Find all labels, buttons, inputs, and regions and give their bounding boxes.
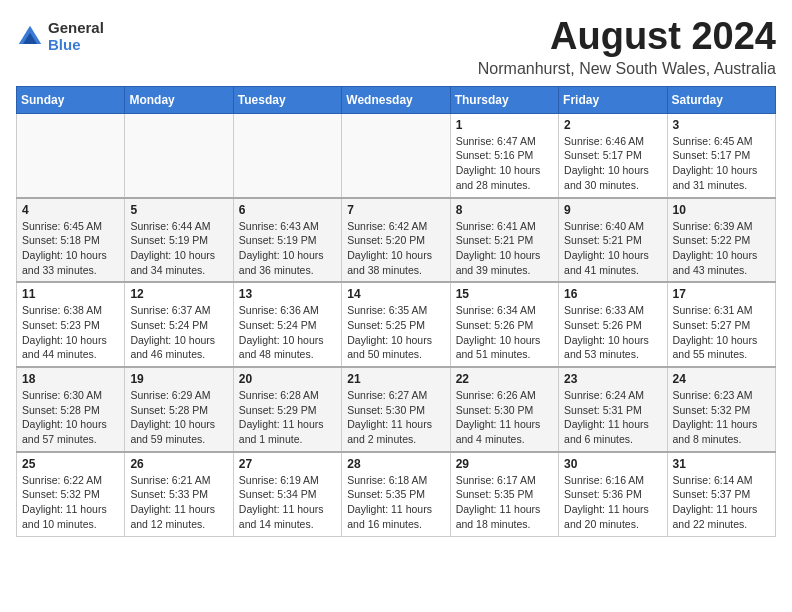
calendar-day-cell: 12Sunrise: 6:37 AMSunset: 5:24 PMDayligh…	[125, 282, 233, 367]
day-number: 22	[456, 372, 553, 386]
calendar-day-cell: 18Sunrise: 6:30 AMSunset: 5:28 PMDayligh…	[17, 367, 125, 452]
location-subtitle: Normanhurst, New South Wales, Australia	[478, 60, 776, 78]
main-title: August 2024	[478, 16, 776, 58]
calendar-day-cell	[17, 113, 125, 197]
calendar-day-cell: 22Sunrise: 6:26 AMSunset: 5:30 PMDayligh…	[450, 367, 558, 452]
calendar-day-cell: 28Sunrise: 6:18 AMSunset: 5:35 PMDayligh…	[342, 452, 450, 536]
day-number: 13	[239, 287, 336, 301]
calendar-day-cell: 21Sunrise: 6:27 AMSunset: 5:30 PMDayligh…	[342, 367, 450, 452]
day-info: Sunrise: 6:45 AMSunset: 5:17 PMDaylight:…	[673, 134, 770, 193]
calendar-day-cell: 23Sunrise: 6:24 AMSunset: 5:31 PMDayligh…	[559, 367, 667, 452]
day-number: 1	[456, 118, 553, 132]
day-info: Sunrise: 6:18 AMSunset: 5:35 PMDaylight:…	[347, 473, 444, 532]
day-info: Sunrise: 6:44 AMSunset: 5:19 PMDaylight:…	[130, 219, 227, 278]
column-header-thursday: Thursday	[450, 86, 558, 113]
day-number: 23	[564, 372, 661, 386]
day-info: Sunrise: 6:17 AMSunset: 5:35 PMDaylight:…	[456, 473, 553, 532]
day-number: 18	[22, 372, 119, 386]
calendar-day-cell: 10Sunrise: 6:39 AMSunset: 5:22 PMDayligh…	[667, 198, 775, 283]
calendar-week-row: 4Sunrise: 6:45 AMSunset: 5:18 PMDaylight…	[17, 198, 776, 283]
title-block: August 2024 Normanhurst, New South Wales…	[478, 16, 776, 78]
day-info: Sunrise: 6:40 AMSunset: 5:21 PMDaylight:…	[564, 219, 661, 278]
day-number: 15	[456, 287, 553, 301]
day-number: 6	[239, 203, 336, 217]
day-number: 30	[564, 457, 661, 471]
day-info: Sunrise: 6:23 AMSunset: 5:32 PMDaylight:…	[673, 388, 770, 447]
day-info: Sunrise: 6:37 AMSunset: 5:24 PMDaylight:…	[130, 303, 227, 362]
calendar-day-cell: 20Sunrise: 6:28 AMSunset: 5:29 PMDayligh…	[233, 367, 341, 452]
calendar-day-cell: 5Sunrise: 6:44 AMSunset: 5:19 PMDaylight…	[125, 198, 233, 283]
day-info: Sunrise: 6:42 AMSunset: 5:20 PMDaylight:…	[347, 219, 444, 278]
calendar-day-cell	[233, 113, 341, 197]
day-info: Sunrise: 6:24 AMSunset: 5:31 PMDaylight:…	[564, 388, 661, 447]
day-info: Sunrise: 6:31 AMSunset: 5:27 PMDaylight:…	[673, 303, 770, 362]
day-number: 14	[347, 287, 444, 301]
day-number: 9	[564, 203, 661, 217]
logo: General Blue	[16, 20, 104, 53]
calendar-day-cell: 25Sunrise: 6:22 AMSunset: 5:32 PMDayligh…	[17, 452, 125, 536]
calendar-day-cell: 14Sunrise: 6:35 AMSunset: 5:25 PMDayligh…	[342, 282, 450, 367]
day-number: 25	[22, 457, 119, 471]
day-info: Sunrise: 6:38 AMSunset: 5:23 PMDaylight:…	[22, 303, 119, 362]
calendar-week-row: 11Sunrise: 6:38 AMSunset: 5:23 PMDayligh…	[17, 282, 776, 367]
column-header-tuesday: Tuesday	[233, 86, 341, 113]
column-header-friday: Friday	[559, 86, 667, 113]
calendar-day-cell: 8Sunrise: 6:41 AMSunset: 5:21 PMDaylight…	[450, 198, 558, 283]
day-number: 29	[456, 457, 553, 471]
logo-blue-text: Blue	[48, 37, 104, 54]
calendar-day-cell: 30Sunrise: 6:16 AMSunset: 5:36 PMDayligh…	[559, 452, 667, 536]
day-number: 19	[130, 372, 227, 386]
calendar-day-cell: 9Sunrise: 6:40 AMSunset: 5:21 PMDaylight…	[559, 198, 667, 283]
day-info: Sunrise: 6:41 AMSunset: 5:21 PMDaylight:…	[456, 219, 553, 278]
day-info: Sunrise: 6:45 AMSunset: 5:18 PMDaylight:…	[22, 219, 119, 278]
day-number: 12	[130, 287, 227, 301]
day-info: Sunrise: 6:14 AMSunset: 5:37 PMDaylight:…	[673, 473, 770, 532]
calendar-day-cell: 16Sunrise: 6:33 AMSunset: 5:26 PMDayligh…	[559, 282, 667, 367]
day-info: Sunrise: 6:22 AMSunset: 5:32 PMDaylight:…	[22, 473, 119, 532]
day-info: Sunrise: 6:19 AMSunset: 5:34 PMDaylight:…	[239, 473, 336, 532]
day-number: 31	[673, 457, 770, 471]
day-info: Sunrise: 6:16 AMSunset: 5:36 PMDaylight:…	[564, 473, 661, 532]
day-info: Sunrise: 6:36 AMSunset: 5:24 PMDaylight:…	[239, 303, 336, 362]
day-number: 10	[673, 203, 770, 217]
calendar-day-cell: 7Sunrise: 6:42 AMSunset: 5:20 PMDaylight…	[342, 198, 450, 283]
day-info: Sunrise: 6:27 AMSunset: 5:30 PMDaylight:…	[347, 388, 444, 447]
calendar-day-cell: 19Sunrise: 6:29 AMSunset: 5:28 PMDayligh…	[125, 367, 233, 452]
day-number: 28	[347, 457, 444, 471]
calendar-week-row: 18Sunrise: 6:30 AMSunset: 5:28 PMDayligh…	[17, 367, 776, 452]
day-number: 3	[673, 118, 770, 132]
day-info: Sunrise: 6:34 AMSunset: 5:26 PMDaylight:…	[456, 303, 553, 362]
logo-icon	[16, 23, 44, 51]
day-number: 24	[673, 372, 770, 386]
day-number: 4	[22, 203, 119, 217]
day-info: Sunrise: 6:30 AMSunset: 5:28 PMDaylight:…	[22, 388, 119, 447]
calendar-day-cell: 6Sunrise: 6:43 AMSunset: 5:19 PMDaylight…	[233, 198, 341, 283]
day-number: 20	[239, 372, 336, 386]
calendar-day-cell: 27Sunrise: 6:19 AMSunset: 5:34 PMDayligh…	[233, 452, 341, 536]
calendar-week-row: 1Sunrise: 6:47 AMSunset: 5:16 PMDaylight…	[17, 113, 776, 197]
calendar-day-cell: 24Sunrise: 6:23 AMSunset: 5:32 PMDayligh…	[667, 367, 775, 452]
day-info: Sunrise: 6:33 AMSunset: 5:26 PMDaylight:…	[564, 303, 661, 362]
day-info: Sunrise: 6:43 AMSunset: 5:19 PMDaylight:…	[239, 219, 336, 278]
day-number: 7	[347, 203, 444, 217]
column-header-monday: Monday	[125, 86, 233, 113]
day-info: Sunrise: 6:35 AMSunset: 5:25 PMDaylight:…	[347, 303, 444, 362]
calendar-day-cell: 4Sunrise: 6:45 AMSunset: 5:18 PMDaylight…	[17, 198, 125, 283]
calendar-day-cell	[342, 113, 450, 197]
day-number: 17	[673, 287, 770, 301]
calendar-day-cell: 15Sunrise: 6:34 AMSunset: 5:26 PMDayligh…	[450, 282, 558, 367]
column-header-sunday: Sunday	[17, 86, 125, 113]
day-number: 8	[456, 203, 553, 217]
day-info: Sunrise: 6:26 AMSunset: 5:30 PMDaylight:…	[456, 388, 553, 447]
calendar-day-cell: 26Sunrise: 6:21 AMSunset: 5:33 PMDayligh…	[125, 452, 233, 536]
calendar-week-row: 25Sunrise: 6:22 AMSunset: 5:32 PMDayligh…	[17, 452, 776, 536]
day-number: 21	[347, 372, 444, 386]
day-number: 27	[239, 457, 336, 471]
calendar-day-cell: 31Sunrise: 6:14 AMSunset: 5:37 PMDayligh…	[667, 452, 775, 536]
calendar-header-row: SundayMondayTuesdayWednesdayThursdayFrid…	[17, 86, 776, 113]
day-number: 2	[564, 118, 661, 132]
calendar-day-cell	[125, 113, 233, 197]
logo-text: General Blue	[48, 20, 104, 53]
day-info: Sunrise: 6:29 AMSunset: 5:28 PMDaylight:…	[130, 388, 227, 447]
column-header-wednesday: Wednesday	[342, 86, 450, 113]
